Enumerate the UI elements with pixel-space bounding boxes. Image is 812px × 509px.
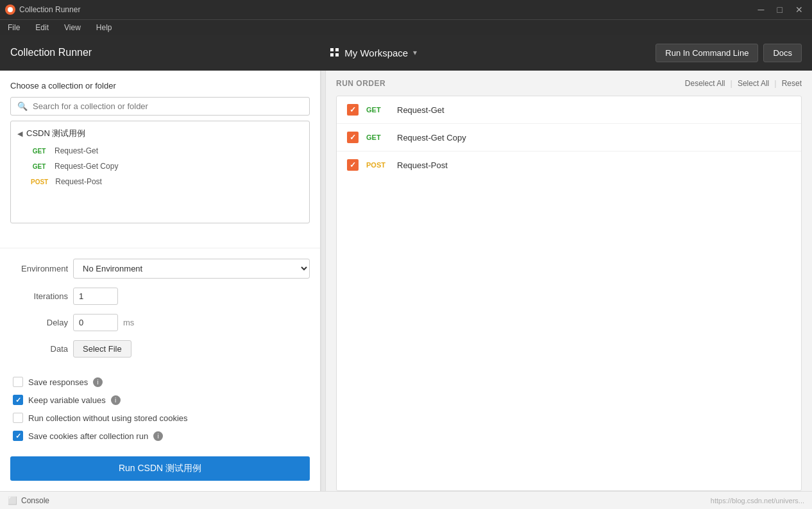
save-cookies-row: Save cookies after collection run i (10, 431, 310, 441)
menu-help[interactable]: Help (94, 22, 115, 33)
run-method-get-2: GET (366, 134, 389, 141)
title-bar-controls: ─ □ ✕ (754, 3, 807, 16)
data-row: Data Select File (10, 340, 310, 358)
workspace-caret-icon: ▾ (413, 48, 417, 57)
reset-button[interactable]: Reset (782, 79, 802, 88)
run-name-3: Request-Post (397, 160, 448, 170)
data-label: Data (10, 344, 68, 354)
status-url: https://blog.csdn.net/univers... (711, 497, 804, 505)
delay-unit: ms (123, 318, 134, 327)
run-btn-section: Run CSDN 测试用例 (0, 449, 320, 491)
status-left: ⬜ Console (8, 496, 49, 505)
collection-chevron-icon: ◀ (17, 130, 22, 138)
save-cookies-checkbox[interactable] (13, 431, 23, 441)
run-order-list: GET Request-Get GET Request-Get Copy POS… (336, 96, 802, 491)
run-collection-button[interactable]: Run CSDN 测试用例 (10, 456, 310, 481)
run-item-1: GET Request-Get (337, 96, 801, 124)
environment-select[interactable]: No Environment (73, 259, 310, 279)
deselect-all-button[interactable]: Deselect All (685, 79, 725, 88)
search-icon: 🔍 (17, 101, 28, 111)
search-box: 🔍 (10, 97, 310, 116)
main-layout: Choose a collection or folder 🔍 ◀ CSDN 测… (0, 71, 812, 491)
list-item[interactable]: GET Request-Get (11, 143, 309, 159)
collection-tree: ◀ CSDN 测试用例 GET Request-Get GET Request-… (10, 121, 310, 223)
title-bar: Collection Runner ─ □ ✕ (0, 0, 812, 19)
workspace-selector[interactable]: My Workspace ▾ (330, 47, 417, 58)
save-responses-label: Save responses (28, 377, 88, 387)
action-separator-2: | (774, 78, 776, 88)
keep-variable-label: Keep variable values (28, 395, 106, 405)
method-badge-get: GET (29, 147, 49, 155)
action-separator-1: | (731, 78, 732, 88)
close-button[interactable]: ✕ (791, 3, 807, 16)
list-item[interactable]: GET Request-Get Copy (11, 159, 309, 174)
request-name-2: Request-Get Copy (55, 162, 118, 171)
iterations-input[interactable] (73, 288, 118, 305)
delay-row: Delay ms (10, 314, 310, 331)
header-title: Collection Runner (10, 47, 92, 58)
run-without-cookies-label: Run collection without using stored cook… (28, 413, 188, 423)
save-cookies-info-icon[interactable]: i (153, 431, 163, 441)
delay-input[interactable] (73, 314, 118, 331)
run-command-line-button[interactable]: Run In Command Line (656, 44, 758, 62)
select-all-button[interactable]: Select All (738, 79, 769, 88)
title-bar-title: Collection Runner (19, 5, 80, 14)
list-item[interactable]: POST Request-Post (11, 174, 309, 189)
method-badge-post: POST (29, 178, 50, 186)
collection-header[interactable]: ◀ CSDN 测试用例 (11, 124, 309, 143)
left-panel: Choose a collection or folder 🔍 ◀ CSDN 测… (0, 71, 321, 491)
menu-view[interactable]: View (62, 22, 83, 33)
delay-label: Delay (10, 318, 68, 327)
menu-edit[interactable]: Edit (33, 22, 51, 33)
menu-bar: File Edit View Help (0, 19, 812, 35)
run-without-cookies-row: Run collection without using stored cook… (10, 413, 310, 423)
iterations-label: Iterations (10, 291, 68, 301)
left-content: Choose a collection or folder 🔍 ◀ CSDN 测… (0, 71, 320, 248)
right-panel: RUN ORDER Deselect All | Select All | Re… (326, 71, 812, 491)
app-logo (5, 4, 15, 15)
options-section: Environment No Environment Iterations De… (0, 248, 320, 377)
scroll-divider (321, 71, 326, 491)
choose-label: Choose a collection or folder (10, 81, 310, 91)
run-method-post-1: POST (366, 161, 389, 169)
run-order-label: RUN ORDER (336, 79, 385, 88)
keep-variable-info-icon[interactable]: i (111, 395, 121, 405)
request-name-3: Request-Post (55, 177, 102, 186)
status-bar: ⬜ Console https://blog.csdn.net/univers.… (0, 491, 812, 509)
run-name-2: Request-Get Copy (397, 133, 466, 142)
keep-variable-checkbox[interactable] (13, 395, 23, 405)
run-name-1: Request-Get (397, 105, 444, 115)
app-header: Collection Runner My Workspace ▾ Run In … (0, 35, 812, 71)
environment-row: Environment No Environment (10, 259, 310, 279)
maximize-button[interactable]: □ (774, 3, 786, 16)
run-method-get-1: GET (366, 106, 389, 114)
method-badge-get-2: GET (29, 162, 49, 171)
request-name: Request-Get (55, 146, 98, 155)
save-responses-row: Save responses i (10, 377, 310, 387)
menu-file[interactable]: File (5, 22, 22, 33)
run-checkbox-3[interactable] (347, 159, 359, 171)
docs-button[interactable]: Docs (763, 44, 802, 62)
workspace-icon (330, 48, 339, 57)
environment-label: Environment (10, 264, 68, 273)
run-item-3: POST Request-Post (337, 151, 801, 178)
select-file-button[interactable]: Select File (73, 340, 131, 358)
console-label[interactable]: Console (21, 496, 49, 505)
checkbox-section: Save responses i Keep variable values i … (0, 377, 320, 449)
save-responses-info-icon[interactable]: i (93, 377, 103, 387)
console-icon: ⬜ (8, 496, 17, 505)
run-checkbox-1[interactable] (347, 104, 359, 116)
collection-name: CSDN 测试用例 (26, 128, 85, 139)
run-checkbox-2[interactable] (347, 132, 359, 143)
minimize-button[interactable]: ─ (754, 3, 768, 16)
header-actions: Run In Command Line Docs (656, 44, 802, 62)
run-without-cookies-checkbox[interactable] (13, 413, 23, 423)
run-order-actions: Deselect All | Select All | Reset (685, 78, 802, 88)
save-responses-checkbox[interactable] (13, 377, 23, 387)
workspace-name: My Workspace (344, 47, 408, 58)
run-item-2: GET Request-Get Copy (337, 124, 801, 151)
save-cookies-label: Save cookies after collection run (28, 431, 148, 441)
keep-variable-row: Keep variable values i (10, 395, 310, 405)
iterations-row: Iterations (10, 288, 310, 305)
search-input[interactable] (33, 101, 303, 111)
